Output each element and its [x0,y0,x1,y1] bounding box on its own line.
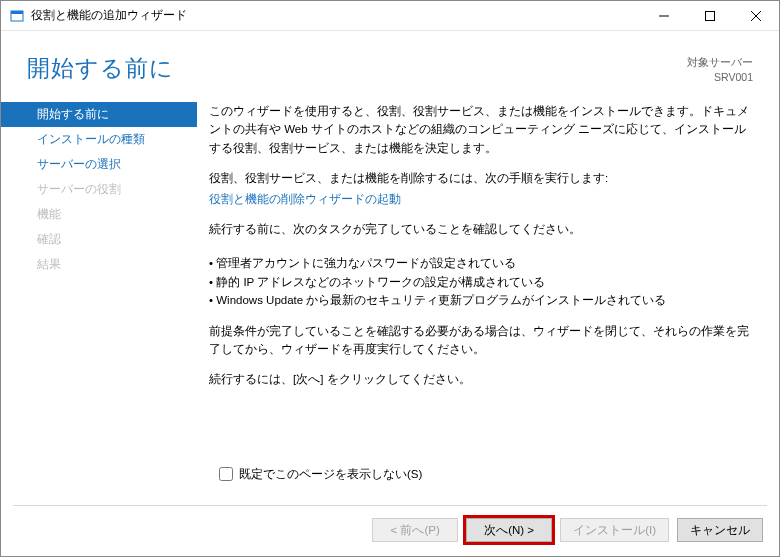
cancel-button[interactable]: キャンセル [677,518,763,542]
sidebar-item-5: 確認 [1,227,197,252]
footer: < 前へ(P) 次へ(N) > インストール(I) キャンセル [1,506,779,556]
server-name: SRV001 [687,70,753,85]
continue-hint: 続行するには、[次へ] をクリックしてください。 [209,370,751,388]
bullet-1: 静的 IP アドレスなどのネットワークの設定が構成されている [209,273,751,291]
sidebar-item-0[interactable]: 開始する前に [1,102,197,127]
sidebar-item-4: 機能 [1,202,197,227]
svg-rect-1 [11,11,23,14]
next-button[interactable]: 次へ(N) > [466,518,552,542]
server-label: 対象サーバー [687,55,753,70]
bullet-0: 管理者アカウントに強力なパスワードが設定されている [209,254,751,272]
titlebar: 役割と機能の追加ウィザード [1,1,779,31]
remove-label: 役割、役割サービス、または機能を削除するには、次の手順を実行します: [209,169,751,187]
sidebar-item-1[interactable]: インストールの種類 [1,127,197,152]
header: 開始する前に 対象サーバー SRV001 [1,31,779,94]
install-button[interactable]: インストール(I) [560,518,669,542]
bullet-2: Windows Update から最新のセキュリティ更新プログラムがインストール… [209,291,751,309]
prereq-text: 前提条件が完了していることを確認する必要がある場合は、ウィザードを閉じて、それら… [209,322,751,359]
page-title: 開始する前に [27,53,174,84]
task-bullets: 管理者アカウントに強力なパスワードが設定されている静的 IP アドレスなどのネッ… [209,254,751,309]
close-button[interactable] [733,1,779,31]
maximize-button[interactable] [687,1,733,31]
skip-label: 既定でこのページを表示しない(S) [239,465,422,483]
sidebar-item-6: 結果 [1,252,197,277]
window-buttons [641,1,779,31]
svg-rect-3 [706,11,715,20]
minimize-button[interactable] [641,1,687,31]
sidebar-item-3: サーバーの役割 [1,177,197,202]
sidebar: 開始する前にインストールの種類サーバーの選択サーバーの役割機能確認結果 [1,94,197,505]
content: このウィザードを使用すると、役割、役割サービス、または機能をインストールできます… [197,94,779,505]
server-info: 対象サーバー SRV001 [687,55,753,84]
remove-wizard-link[interactable]: 役割と機能の削除ウィザードの起動 [209,193,401,205]
skip-checkbox[interactable] [219,467,233,481]
sidebar-item-2[interactable]: サーバーの選択 [1,152,197,177]
body: 開始する前にインストールの種類サーバーの選択サーバーの役割機能確認結果 このウィ… [1,94,779,505]
app-icon [9,8,25,24]
prev-button[interactable]: < 前へ(P) [372,518,458,542]
intro-text: このウィザードを使用すると、役割、役割サービス、または機能をインストールできます… [209,102,751,157]
skip-row: 既定でこのページを表示しない(S) [209,461,751,495]
window-title: 役割と機能の追加ウィザード [31,7,641,24]
tasks-prompt: 続行する前に、次のタスクが完了していることを確認してください。 [209,220,751,238]
